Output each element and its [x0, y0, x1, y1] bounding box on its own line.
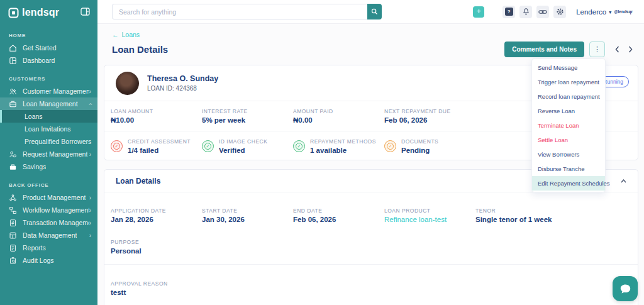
gear-icon: [556, 8, 564, 16]
chevron-right-icon: ›: [89, 88, 91, 95]
field-application-date: APPLICATION DATE Jan 28, 2026: [111, 208, 202, 223]
chat-bubble-icon: [619, 284, 631, 294]
credit-assessment-icon: ✓: [111, 140, 123, 152]
chevron-right-icon: ›: [89, 194, 91, 201]
chevron-up-icon: ›: [87, 103, 94, 104]
menu-item-settle-loan[interactable]: Settle Loan: [532, 133, 605, 147]
field-start-date: START DATE Jan 30, 2026: [202, 208, 293, 223]
check-documents[interactable]: ✓ DOCUMENTS Pending: [384, 138, 475, 154]
home-icon: [9, 44, 17, 52]
menu-item-terminate-loan[interactable]: Terminate Loan: [532, 118, 605, 133]
back-arrow-icon: ←: [112, 31, 119, 38]
brand-name: lendsqr: [22, 7, 59, 18]
dashboard-icon: [9, 57, 17, 65]
section-customers: CUSTOMERS: [9, 76, 97, 82]
menu-item-send-message[interactable]: Send Message: [532, 60, 605, 75]
loan-product-link[interactable]: Refinance loan-test: [384, 216, 475, 223]
search-button[interactable]: [367, 4, 382, 19]
workflow-icon: [9, 206, 17, 214]
chevron-right-icon: ›: [89, 207, 91, 214]
page-title: Loan Details: [112, 44, 168, 55]
check-repayment-methods[interactable]: ✓ REPAYMENT METHODS 1 available: [293, 138, 384, 154]
menu-item-record-loan-repayment[interactable]: Record loan repayment: [532, 89, 605, 104]
field-loan-product: LOAN PRODUCT Refinance loan-test: [384, 208, 475, 223]
search-icon: [371, 8, 378, 15]
status-label: Running: [603, 79, 623, 85]
breadcrumb-label: Loans: [122, 31, 140, 38]
field-purpose: PURPOSE Personal: [104, 239, 638, 255]
loan-icon: [9, 100, 17, 108]
link-button[interactable]: [536, 6, 549, 18]
sidebar-item-customer-management[interactable]: Customer Management ›: [0, 85, 97, 97]
collapse-section-icon[interactable]: [621, 179, 626, 183]
kebab-menu-button[interactable]: ⋮: [589, 42, 605, 57]
section-title: Loan Details: [116, 177, 160, 186]
section-home: HOME: [9, 33, 97, 38]
menu-item-trigger-loan-repayment[interactable]: Trigger loan repayment: [532, 75, 605, 89]
stat-interest-rate: INTEREST RATE 5% per week: [202, 108, 293, 124]
divider: [104, 264, 638, 265]
menu-item-view-borrowers[interactable]: View Borrowers: [532, 147, 605, 162]
bell-icon: [522, 8, 530, 16]
id-image-check-icon: ✓: [202, 140, 214, 152]
stat-next-repayment-due: NEXT REPAYMENT DUE Feb 06, 2026: [384, 108, 475, 124]
sidebar-item-data-management[interactable]: Data Management ›: [0, 229, 97, 241]
org-name: Lenderco: [576, 8, 606, 16]
sidebar-subitem-loan-invitations[interactable]: Loan Invitations: [0, 123, 97, 135]
docs-icon: ?: [505, 8, 513, 16]
sidebar-item-savings[interactable]: Savings: [0, 160, 97, 173]
field-end-date: END DATE Feb 06, 2026: [293, 208, 384, 223]
stat-loan-amount: LOAN AMOUNT ₦10.00: [111, 108, 202, 124]
section-back-office: BACK OFFICE: [9, 182, 97, 188]
link-icon: [538, 8, 547, 16]
caret-down-icon: ▾: [609, 9, 611, 15]
transaction-icon: [9, 219, 17, 227]
sidebar-item-get-started[interactable]: Get Started: [0, 42, 97, 54]
sidebar-subitem-loans[interactable]: Loans: [0, 110, 97, 123]
breadcrumb[interactable]: ← Loans: [112, 31, 140, 38]
sidebar-item-reports[interactable]: Reports: [0, 241, 97, 254]
org-switcher[interactable]: Lenderco ▾ @lendsqr: [576, 8, 633, 16]
search-input[interactable]: [112, 4, 367, 19]
loan-id: LOAN ID: 424368: [147, 85, 218, 92]
lendsqr-logo[interactable]: lendsqr: [8, 7, 59, 18]
sidebar-item-workflow-management[interactable]: Workflow Management ›: [0, 204, 97, 216]
topbar: + ? Lenderco ▾ @lendsqr: [97, 0, 644, 24]
menu-item-disburse-tranche[interactable]: Disburse Tranche: [532, 162, 605, 176]
documents-icon: ✓: [384, 140, 396, 152]
sidebar: lendsqr HOME Get Started Dashboard CUSTO…: [0, 0, 97, 305]
sidebar-item-audit-logs[interactable]: Audit Logs: [0, 254, 97, 267]
search-bar: [112, 4, 382, 19]
pager: [615, 46, 633, 53]
users-icon: [9, 87, 17, 96]
sidebar-item-loan-management[interactable]: Loan Management ›: [0, 97, 97, 110]
borrower-name: Theresa O. Sunday: [147, 74, 218, 83]
settings-button[interactable]: [553, 6, 566, 18]
field-tenor: TENOR Single tenor of 1 week: [475, 208, 567, 223]
menu-item-edit-repayment-schedules[interactable]: Edit Repayment Schedules: [532, 176, 605, 191]
docs-button[interactable]: ?: [502, 6, 515, 18]
menu-item-reverse-loan[interactable]: Reverse Loan: [532, 104, 605, 118]
notifications-button[interactable]: [519, 6, 532, 18]
chat-fab-button[interactable]: [613, 276, 638, 301]
repayment-methods-icon: ✓: [293, 140, 305, 152]
create-button[interactable]: +: [473, 6, 484, 18]
audit-logs-icon: [9, 257, 17, 265]
lendsqr-logo-icon: [8, 8, 19, 18]
sidebar-subitem-prequalified-borrowers[interactable]: Prequalified Borrowers: [0, 135, 97, 148]
product-icon: [9, 194, 17, 202]
check-credit-assessment[interactable]: ✓ CREDIT ASSESSMENT 1/4 failed: [111, 138, 202, 154]
sidebar-item-dashboard[interactable]: Dashboard: [0, 54, 97, 67]
chevron-right-icon[interactable]: [628, 46, 633, 53]
check-id-image[interactable]: ✓ ID IMAGE CHECK Verified: [202, 138, 293, 154]
chevron-left-icon[interactable]: [615, 46, 619, 53]
collapse-sidebar-icon[interactable]: [80, 7, 90, 18]
comments-and-notes-button[interactable]: Comments and Notes: [504, 42, 584, 57]
borrower-avatar[interactable]: [116, 72, 139, 95]
chevron-right-icon: ›: [89, 219, 91, 226]
sidebar-item-transaction-management[interactable]: Transaction Management ›: [0, 216, 97, 229]
sidebar-item-request-management[interactable]: Request Management ›: [0, 148, 97, 160]
sidebar-item-product-management[interactable]: Product Management ›: [0, 191, 97, 204]
org-badge: @lendsqr: [614, 9, 633, 14]
chevron-right-icon: ›: [89, 151, 91, 158]
